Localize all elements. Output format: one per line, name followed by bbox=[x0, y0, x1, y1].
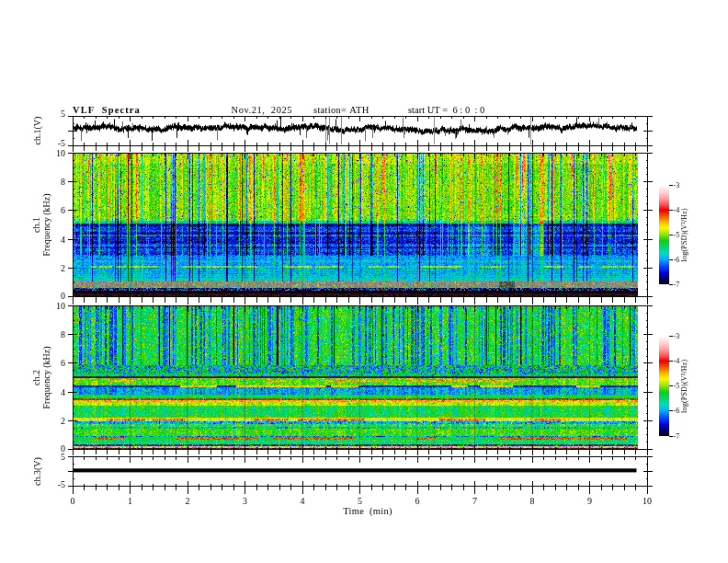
svg-text:Nov.21, 2025: Nov.21, 2025 bbox=[232, 105, 293, 115]
svg-text:6: 6 bbox=[415, 496, 420, 506]
svg-text:log(PSD)(V²/Hz): log(PSD)(V²/Hz) bbox=[680, 208, 688, 261]
svg-text:10: 10 bbox=[643, 496, 652, 506]
svg-text:-3: -3 bbox=[674, 181, 680, 190]
svg-text:-7: -7 bbox=[674, 281, 680, 289]
svg-text:-7: -7 bbox=[674, 432, 680, 441]
svg-text:Frequency (kHz): Frequency (kHz) bbox=[41, 346, 52, 408]
svg-text:6: 6 bbox=[61, 205, 65, 215]
svg-text:4: 4 bbox=[61, 387, 65, 397]
svg-text:5: 5 bbox=[358, 496, 362, 506]
svg-text:10: 10 bbox=[56, 301, 65, 311]
svg-text:0: 0 bbox=[71, 496, 75, 506]
svg-text:5: 5 bbox=[61, 452, 65, 462]
svg-text:-5: -5 bbox=[58, 479, 65, 489]
svg-text:8: 8 bbox=[530, 496, 535, 506]
svg-text:-4: -4 bbox=[674, 206, 680, 214]
svg-text:5: 5 bbox=[61, 109, 65, 119]
svg-text:-3: -3 bbox=[674, 332, 680, 340]
svg-text:VLF Spectra: VLF Spectra bbox=[73, 105, 141, 115]
svg-text:log(PSD)(V²/Hz): log(PSD)(V²/Hz) bbox=[680, 359, 688, 412]
svg-text:3: 3 bbox=[243, 496, 247, 506]
svg-text:2: 2 bbox=[61, 263, 65, 273]
svg-text:0: 0 bbox=[61, 291, 65, 301]
svg-text:-5: -5 bbox=[58, 138, 65, 148]
svg-text:2: 2 bbox=[186, 496, 190, 506]
svg-text:-6: -6 bbox=[674, 256, 680, 264]
svg-text:10: 10 bbox=[56, 148, 65, 158]
svg-text:8: 8 bbox=[61, 329, 65, 339]
svg-text:ch.1(V): ch.1(V) bbox=[32, 117, 43, 145]
svg-text:8: 8 bbox=[61, 177, 65, 187]
svg-text:6: 6 bbox=[61, 358, 65, 368]
svg-text:Time (min): Time (min) bbox=[343, 506, 392, 517]
svg-text:station= ATH: station= ATH bbox=[313, 105, 370, 115]
svg-text:start UT = 6 : 0 : 0: start UT = 6 : 0 : 0 bbox=[408, 105, 484, 115]
svg-text:4: 4 bbox=[61, 235, 65, 245]
svg-text:ch.2: ch.2 bbox=[31, 370, 41, 385]
svg-text:Frequency (kHz): Frequency (kHz) bbox=[41, 193, 52, 256]
svg-text:2: 2 bbox=[61, 416, 65, 426]
svg-text:-4: -4 bbox=[674, 357, 680, 365]
svg-text:4: 4 bbox=[301, 496, 305, 506]
svg-text:1: 1 bbox=[128, 496, 132, 506]
svg-text:-6: -6 bbox=[674, 407, 680, 415]
svg-text:7: 7 bbox=[472, 496, 477, 506]
svg-text:-5: -5 bbox=[674, 382, 680, 390]
svg-text:-5: -5 bbox=[674, 231, 680, 239]
svg-text:ch.3(V): ch.3(V) bbox=[32, 457, 43, 486]
svg-text:ch.1: ch.1 bbox=[31, 217, 41, 233]
svg-text:9: 9 bbox=[587, 496, 592, 506]
